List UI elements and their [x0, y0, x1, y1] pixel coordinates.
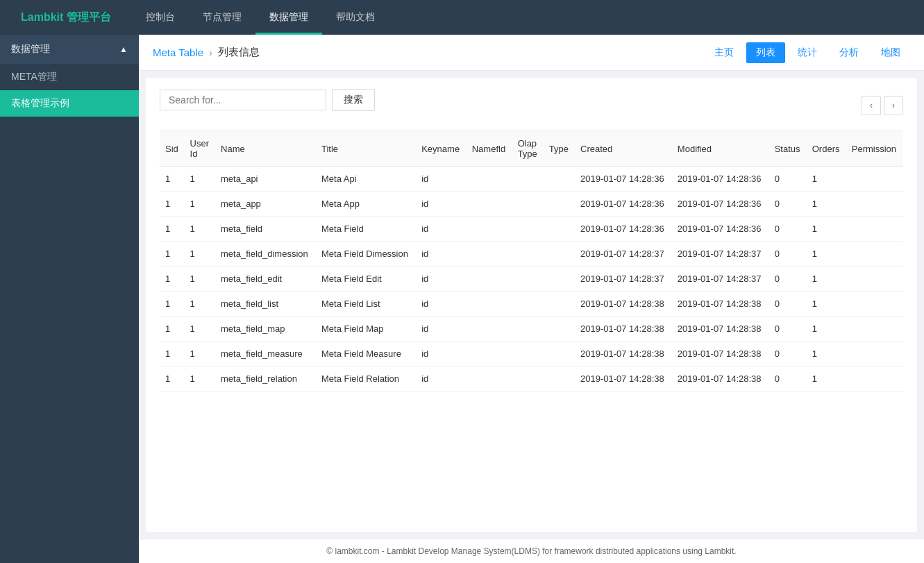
table-cell: 2019-01-07 14:28:37: [672, 242, 769, 267]
table-cell: [512, 367, 544, 392]
table-cell: 0: [769, 317, 807, 342]
table-cell[interactable]: 1: [160, 167, 185, 192]
table-cell[interactable]: id: [416, 267, 467, 292]
table-cell[interactable]: 1: [807, 192, 846, 217]
table-cell: 2019-01-07 14:28:38: [672, 317, 769, 342]
tab-analysis[interactable]: 分析: [830, 42, 868, 63]
table-cell: 0: [769, 192, 807, 217]
table-cell[interactable]: 1: [807, 342, 846, 367]
table-cell: 0: [769, 267, 807, 292]
table-cell: Meta Field Relation: [316, 367, 416, 392]
table-cell[interactable]: 1: [160, 367, 185, 392]
table-cell: [846, 167, 903, 192]
table-cell: [544, 342, 575, 367]
sidebar-item-meta[interactable]: META管理: [0, 64, 139, 90]
table-cell: Meta Field Measure: [316, 342, 416, 367]
table-cell: [512, 192, 544, 217]
data-table: Sid UserId Name Title Keyname Namefld Ol…: [160, 131, 903, 392]
table-cell[interactable]: 1: [185, 317, 215, 342]
table-cell[interactable]: id: [416, 292, 467, 317]
nav-item-console[interactable]: 控制台: [132, 0, 189, 35]
table-cell[interactable]: id: [416, 342, 467, 367]
table-cell: [512, 217, 544, 242]
table-cell[interactable]: 1: [807, 317, 846, 342]
table-cell[interactable]: 1: [185, 367, 215, 392]
table-cell: Meta App: [316, 192, 416, 217]
table-cell[interactable]: meta_app: [215, 192, 316, 217]
table-row: 11meta_field_measureMeta Field Measureid…: [160, 342, 903, 367]
col-created: Created: [575, 131, 672, 167]
table-cell[interactable]: 1: [185, 292, 215, 317]
table-cell[interactable]: 1: [160, 192, 185, 217]
table-cell: 2019-01-07 14:28:38: [575, 292, 672, 317]
table-cell: 0: [769, 242, 807, 267]
table-cell[interactable]: meta_field_relation: [215, 367, 316, 392]
table-cell: Meta Api: [316, 167, 416, 192]
table-cell: [544, 267, 575, 292]
next-page-button[interactable]: ›: [884, 96, 903, 115]
nav-item-node[interactable]: 节点管理: [189, 0, 255, 35]
col-keyname: Keyname: [416, 131, 467, 167]
pagination-arrows: ‹ ›: [862, 96, 903, 115]
table-cell[interactable]: 1: [160, 217, 185, 242]
table-cell: 2019-01-07 14:28:36: [672, 167, 769, 192]
table-cell[interactable]: 1: [807, 217, 846, 242]
table-row: 11meta_field_mapMeta Field Mapid2019-01-…: [160, 317, 903, 342]
table-cell[interactable]: meta_field: [215, 217, 316, 242]
nav-item-help[interactable]: 帮助文档: [322, 0, 389, 35]
table-cell[interactable]: 1: [185, 342, 215, 367]
table-cell: 0: [769, 292, 807, 317]
breadcrumb-separator: ›: [209, 47, 212, 58]
table-cell[interactable]: 1: [160, 342, 185, 367]
table-cell[interactable]: 1: [160, 267, 185, 292]
table-cell[interactable]: 1: [160, 292, 185, 317]
tab-map[interactable]: 地图: [871, 42, 910, 63]
tab-list[interactable]: 列表: [746, 42, 785, 63]
table-cell[interactable]: 1: [807, 267, 846, 292]
table-cell[interactable]: meta_field_list: [215, 292, 316, 317]
table-cell[interactable]: meta_field_edit: [215, 267, 316, 292]
table-cell: [512, 242, 544, 267]
table-cell[interactable]: meta_api: [215, 167, 316, 192]
table-cell[interactable]: id: [416, 217, 467, 242]
table-cell[interactable]: id: [416, 242, 467, 267]
table-cell[interactable]: 1: [807, 292, 846, 317]
sidebar-item-table[interactable]: 表格管理示例: [0, 90, 139, 117]
table-cell[interactable]: 1: [807, 367, 846, 392]
table-row: 11meta_appMeta Appid2019-01-07 14:28:362…: [160, 192, 903, 217]
table-cell: Meta Field Edit: [316, 267, 416, 292]
table-cell[interactable]: 1: [807, 242, 846, 267]
table-cell[interactable]: 1: [160, 242, 185, 267]
table-cell[interactable]: meta_field_map: [215, 317, 316, 342]
table-cell[interactable]: id: [416, 167, 467, 192]
tab-stats[interactable]: 统计: [788, 42, 827, 63]
search-button[interactable]: 搜索: [332, 89, 375, 111]
top-navigation: Lambkit 管理平台 控制台 节点管理 数据管理 帮助文档: [0, 0, 924, 35]
table-cell[interactable]: meta_field_dimession: [215, 242, 316, 267]
table-cell[interactable]: 1: [185, 167, 215, 192]
table-cell[interactable]: 1: [185, 267, 215, 292]
table-cell[interactable]: 1: [160, 317, 185, 342]
chevron-up-icon: ▲: [119, 44, 128, 54]
sidebar-section-data[interactable]: 数据管理 ▲: [0, 35, 139, 64]
table-cell: 0: [769, 167, 807, 192]
nav-item-data[interactable]: 数据管理: [255, 0, 322, 35]
table-cell: 2019-01-07 14:28:38: [672, 292, 769, 317]
table-cell[interactable]: id: [416, 317, 467, 342]
search-bar: 搜索: [160, 89, 375, 111]
table-cell: [467, 342, 512, 367]
search-input[interactable]: [160, 90, 326, 110]
table-cell: 2019-01-07 14:28:38: [575, 317, 672, 342]
col-sid: Sid: [160, 131, 185, 167]
table-cell[interactable]: 1: [185, 217, 215, 242]
table-cell[interactable]: meta_field_measure: [215, 342, 316, 367]
table-cell[interactable]: 1: [185, 192, 215, 217]
tab-home[interactable]: 主页: [705, 42, 744, 63]
table-cell: 2019-01-07 14:28:38: [575, 342, 672, 367]
table-cell[interactable]: 1: [185, 242, 215, 267]
breadcrumb-root[interactable]: Meta Table: [153, 47, 203, 58]
table-cell[interactable]: id: [416, 367, 467, 392]
table-cell[interactable]: 1: [807, 167, 846, 192]
table-cell[interactable]: id: [416, 192, 467, 217]
prev-page-button[interactable]: ‹: [862, 96, 881, 115]
